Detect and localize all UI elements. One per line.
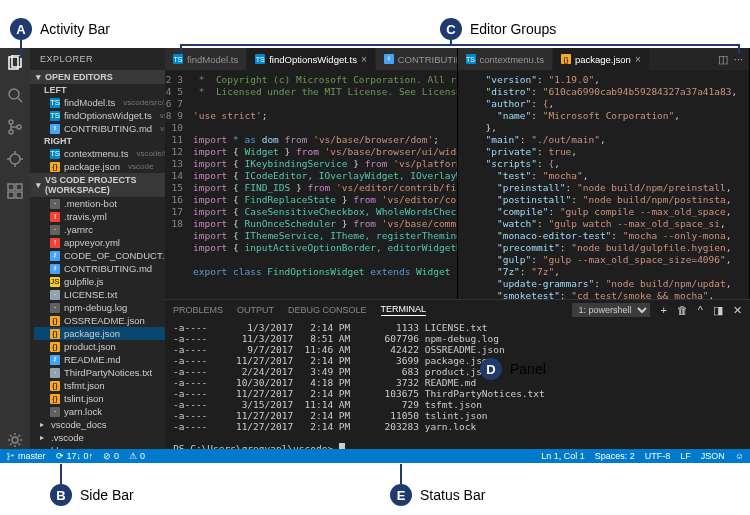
status-sync[interactable]: ⟳ 17↓ 0↑ — [56, 451, 94, 461]
tree-item[interactable]: ·ThirdPartyNotices.txt — [34, 366, 165, 379]
status-warnings[interactable]: ⚠ 0 — [129, 451, 145, 461]
tree-item[interactable]: ·LICENSE.txt — [34, 288, 165, 301]
open-editors-right: RIGHT — [30, 135, 165, 147]
tree-item[interactable]: !.travis.yml — [34, 210, 165, 223]
callout-e: E Status Bar — [390, 484, 485, 506]
file-icon: TS — [173, 54, 183, 64]
editor-tab[interactable]: ♯CONTRIBUTING.md — [376, 48, 457, 70]
file-icon: {} — [50, 316, 60, 326]
editor-body-right[interactable]: "version": "1.19.0", "distro": "610ca699… — [458, 70, 750, 299]
editor-body-left[interactable]: 2 3 4 5 6 7 8 9 10 11 12 13 14 15 16 17 … — [165, 70, 457, 299]
svg-point-4 — [9, 120, 13, 124]
svg-point-5 — [9, 130, 13, 134]
side-bar: EXPLORER ▾ OPEN EDITORS LEFT TSfindModel… — [30, 48, 165, 449]
status-line[interactable]: Ln 1, Col 1 — [541, 451, 585, 461]
svg-point-18 — [7, 458, 9, 460]
tree-folder[interactable]: .vscode — [34, 431, 165, 444]
file-icon: {} — [50, 162, 60, 172]
editor-tab[interactable]: TScontextmenu.ts — [458, 48, 553, 70]
tree-item[interactable]: ·yarn.lock — [34, 405, 165, 418]
panel-maximize-icon[interactable]: ^ — [698, 304, 703, 316]
panel-close-icon[interactable]: ✕ — [733, 304, 742, 317]
file-icon: ♯ — [50, 251, 60, 261]
tree-item[interactable]: {}package.jsonvscode — [34, 160, 165, 173]
tree-item[interactable]: ♯CONTRIBUTING.md — [34, 262, 165, 275]
status-branch[interactable]: master — [6, 451, 46, 461]
file-icon: TS — [466, 54, 476, 64]
tree-folder[interactable]: vscode_docs — [34, 418, 165, 431]
tab-close-icon[interactable]: × — [635, 54, 641, 65]
extensions-icon[interactable] — [6, 182, 24, 200]
tree-item[interactable]: !appveyor.yml — [34, 236, 165, 249]
callout-c: C Editor Groups — [440, 18, 556, 40]
more-icon[interactable]: ··· — [734, 53, 743, 65]
file-icon: TS — [50, 98, 60, 108]
status-lang[interactable]: JSON — [701, 451, 725, 461]
file-icon: TS — [255, 54, 265, 64]
tree-item[interactable]: TSfindOptionsWidget.tsvscode/src/... — [34, 109, 165, 122]
svg-point-16 — [12, 437, 18, 443]
terminal-body[interactable]: -a---- 1/3/2017 2:14 PM 1133 LICENSE.txt… — [165, 320, 750, 449]
editor-group-right: TScontextmenu.ts{}package.json× ◫ ··· "v… — [458, 48, 751, 299]
panel: PROBLEMS OUTPUT DEBUG CONSOLE TERMINAL 1… — [165, 299, 750, 449]
tree-item[interactable]: {}tslint.json — [34, 392, 165, 405]
tree-item[interactable]: {}package.json — [34, 327, 165, 340]
panel-tab-terminal[interactable]: TERMINAL — [381, 304, 427, 316]
tree-item[interactable]: ·.mention-bot — [34, 197, 165, 210]
file-icon: · — [50, 368, 60, 378]
tree-item[interactable]: {}OSSREADME.json — [34, 314, 165, 327]
file-icon: JS — [50, 277, 60, 287]
tab-close-icon[interactable]: × — [361, 54, 367, 65]
open-editors-header[interactable]: ▾ OPEN EDITORS — [30, 70, 165, 84]
file-icon: ! — [50, 238, 60, 248]
file-icon: TS — [50, 149, 60, 159]
file-icon: {} — [50, 394, 60, 404]
workspace-header[interactable]: ▾ VS CODE PROJECTS (WORKSPACE) — [30, 173, 165, 197]
panel-tab-debug[interactable]: DEBUG CONSOLE — [288, 305, 367, 315]
file-icon: {} — [50, 381, 60, 391]
tree-item[interactable]: ♯CONTRIBUTING.mdvscode — [34, 122, 165, 135]
tree-item[interactable]: TScontextmenu.tsvscode/src/... — [34, 147, 165, 160]
status-errors[interactable]: ⊘ 0 — [103, 451, 119, 461]
tree-item[interactable]: ♯CODE_OF_CONDUCT.md — [34, 249, 165, 262]
editor-tab[interactable]: TSfindModel.ts — [165, 48, 247, 70]
tree-item[interactable]: TSfindModel.tsvscode/src/... — [34, 96, 165, 109]
status-spaces[interactable]: Spaces: 2 — [595, 451, 635, 461]
svg-rect-14 — [8, 192, 14, 198]
file-tree: ·.mention-bot!.travis.yml·.yarnrc!appvey… — [30, 197, 165, 449]
file-icon: · — [50, 225, 60, 235]
panel-tab-output[interactable]: OUTPUT — [237, 305, 274, 315]
editor-tab[interactable]: TSfindOptionsWidget.ts× — [247, 48, 376, 70]
panel-tab-problems[interactable]: PROBLEMS — [173, 305, 223, 315]
file-icon: · — [50, 290, 60, 300]
callout-d: D Panel — [480, 358, 546, 380]
svg-point-6 — [17, 125, 21, 129]
status-encoding[interactable]: UTF-8 — [645, 451, 671, 461]
svg-line-3 — [18, 98, 22, 102]
source-control-icon[interactable] — [6, 118, 24, 136]
settings-icon[interactable] — [6, 431, 24, 449]
file-icon: · — [50, 407, 60, 417]
tree-item[interactable]: {}tsfmt.json — [34, 379, 165, 392]
terminal-selector[interactable]: 1: powershell — [572, 303, 650, 317]
file-icon: {} — [50, 329, 60, 339]
status-feedback[interactable]: ☺ — [735, 451, 744, 461]
activity-bar — [0, 48, 30, 449]
tree-item[interactable]: ♯README.md — [34, 353, 165, 366]
tree-item[interactable]: JSgulpfile.js — [34, 275, 165, 288]
panel-split-icon[interactable]: ◨ — [713, 304, 723, 317]
svg-point-17 — [7, 452, 9, 454]
search-icon[interactable] — [6, 86, 24, 104]
debug-icon[interactable] — [6, 150, 24, 168]
terminal-new-icon[interactable]: + — [660, 304, 666, 316]
split-icon[interactable]: ◫ — [718, 53, 728, 66]
file-icon: · — [50, 303, 60, 313]
tabbar-left: TSfindModel.tsTSfindOptionsWidget.ts×♯CO… — [165, 48, 457, 70]
status-eol[interactable]: LF — [680, 451, 691, 461]
tree-item[interactable]: ·.yarnrc — [34, 223, 165, 236]
editor-tab[interactable]: {}package.json× — [553, 48, 650, 70]
tree-item[interactable]: ·npm-debug.log — [34, 301, 165, 314]
tree-item[interactable]: {}product.json — [34, 340, 165, 353]
terminal-kill-icon[interactable]: 🗑 — [677, 304, 688, 316]
file-icon: ♯ — [50, 124, 60, 134]
